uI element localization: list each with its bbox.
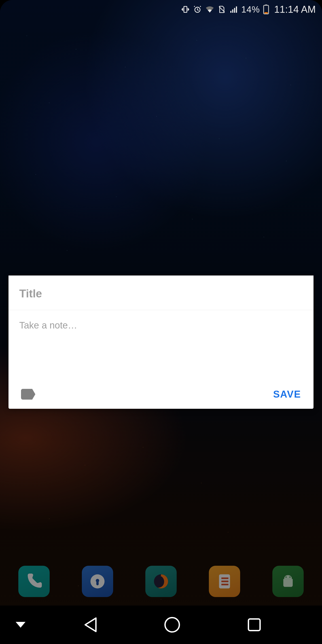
svg-point-23 [289,576,291,578]
dock-app-notes[interactable] [209,566,240,597]
svg-rect-7 [230,11,232,13]
alarm-icon [193,5,202,14]
dock-app-phone[interactable] [18,566,50,597]
svg-rect-16 [96,582,99,586]
nav-recents-button[interactable] [213,618,295,631]
svg-rect-19 [222,578,228,579]
svg-rect-8 [232,10,233,13]
dock-app-android[interactable] [272,566,304,597]
vibrate-icon [181,5,190,14]
svg-rect-12 [265,4,267,5]
wifi-icon [205,5,214,14]
svg-rect-9 [234,8,235,13]
svg-point-22 [285,576,287,578]
recents-icon [248,618,261,631]
dock-app-signal[interactable] [82,566,113,597]
dock [0,564,322,599]
home-icon [164,617,180,632]
navigation-bar [0,606,322,644]
nav-ime-switch[interactable] [0,622,49,628]
no-sim-icon [218,5,226,14]
nav-back-button[interactable] [49,617,131,632]
svg-rect-21 [222,584,228,586]
note-actions: SAVE [8,384,314,409]
note-body-input[interactable] [8,310,314,350]
status-bar: 14% 11:14 AM [0,0,322,19]
clock: 11:14 AM [274,4,316,15]
label-icon[interactable] [21,389,35,400]
battery-icon [263,4,269,14]
svg-rect-13 [264,12,268,14]
svg-rect-10 [236,6,237,13]
nav-home-button[interactable] [131,617,213,632]
svg-rect-0 [184,6,187,12]
note-title-input[interactable] [8,276,314,310]
battery-percent: 14% [241,4,260,14]
cell-signal-icon [229,5,238,14]
dock-app-firefox[interactable] [145,566,177,597]
save-button[interactable]: SAVE [273,389,301,400]
note-card: SAVE [8,276,314,409]
back-icon [84,617,97,632]
device-frame: 14% 11:14 AM SAVE [0,0,322,644]
svg-rect-20 [222,581,228,582]
chevron-down-icon [16,622,26,628]
